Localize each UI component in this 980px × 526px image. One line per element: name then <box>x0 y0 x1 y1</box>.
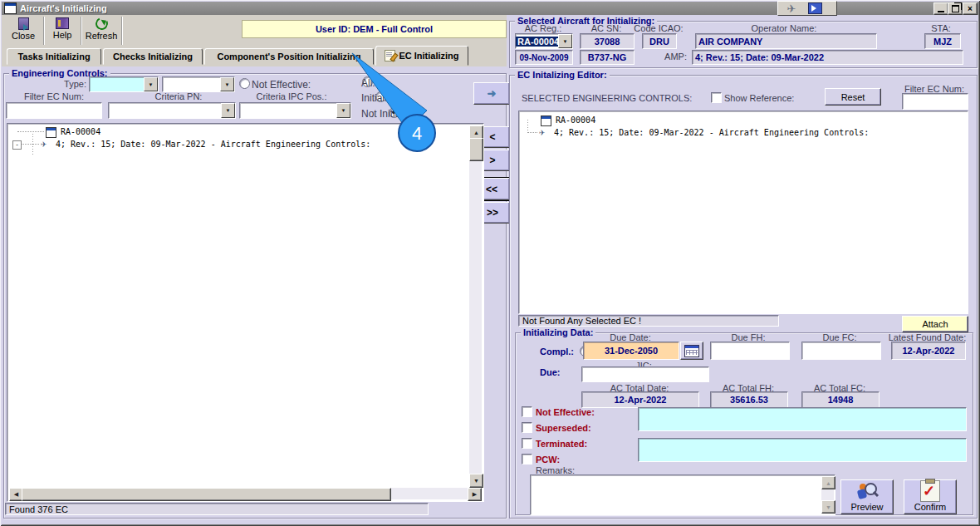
operator-name-label: Operator Name: <box>695 23 873 33</box>
close-button[interactable]: Close <box>5 17 42 44</box>
help-button-label: Help <box>53 30 72 40</box>
calendar-button[interactable] <box>680 342 703 360</box>
criteria-ipc-pos-select[interactable]: ▼ <box>239 102 351 119</box>
airplane-icon: ✈ <box>539 126 545 139</box>
scroll-thumb[interactable] <box>469 138 483 161</box>
close-door-icon <box>18 17 29 30</box>
exit-icon-button[interactable] <box>805 2 825 14</box>
chevron-down-icon[interactable]: ▼ <box>558 34 572 48</box>
superseded-field[interactable] <box>638 407 967 431</box>
chevron-down-icon[interactable]: ▼ <box>336 103 350 118</box>
pcw-checkbox[interactable] <box>522 454 532 465</box>
selected-ec-list: RA-00004 ✈ 4; Rev.: 15; Date: 09-Mar-202… <box>518 111 968 314</box>
editor-tree-root-row[interactable]: RA-00004 <box>519 114 968 126</box>
vertical-scrollbar[interactable]: ▲ ▼ <box>469 125 482 488</box>
code-icao-label: Code ICAO: <box>627 23 690 33</box>
filter-ec-num-input[interactable] <box>6 102 102 119</box>
superseded-checkbox-label: Superseded: <box>536 423 591 433</box>
help-button[interactable]: Help <box>46 17 79 44</box>
window-icon <box>541 116 551 126</box>
ac-total-fh-field: 35616.53 <box>710 391 788 408</box>
preview-button[interactable]: Preview <box>840 479 894 514</box>
tab-ec-initializing[interactable]: EC Initializing <box>375 46 468 66</box>
horizontal-scrollbar[interactable]: ◀ ▶ <box>9 488 482 499</box>
criteria-pn-label: Criteria PN: <box>133 91 224 101</box>
terminated-checkbox[interactable] <box>522 438 532 449</box>
toolbar-divider <box>121 17 122 45</box>
scroll-thumb[interactable] <box>22 488 391 501</box>
right-arrow-icon: ➜ <box>488 87 497 100</box>
superseded-checkbox[interactable] <box>522 422 532 433</box>
selected-engineering-controls-label: SELECTED ENGINEERING CONTROLS: <box>522 93 692 103</box>
editor-filter-ec-num-input[interactable] <box>902 93 968 110</box>
tree-root-label: RA-00004 <box>61 125 100 138</box>
tab-checks-initializing[interactable]: Checks Initializing <box>103 48 203 65</box>
mini-toolbar: ✈ <box>777 1 837 16</box>
radio-not-effective[interactable] <box>239 78 250 89</box>
criteria-ipc-pos-label: Criteria IPC Pos.: <box>245 91 338 101</box>
due-date-field[interactable]: 31-Dec-2050 <box>583 342 679 360</box>
window-icon <box>46 127 56 138</box>
jic-input[interactable] <box>581 366 709 382</box>
reset-button[interactable]: Reset <box>825 88 881 106</box>
attach-button[interactable]: Attach <box>902 316 968 332</box>
latest-found-date-field: 12-Apr-2022 <box>891 342 966 360</box>
close-window-button[interactable]: × <box>963 2 978 15</box>
toolbar-divider <box>43 17 44 45</box>
tree-root-row[interactable]: RA-00004 <box>9 125 468 138</box>
refresh-button-label: Refresh <box>86 31 118 41</box>
compl-label: Compl.: <box>540 347 574 356</box>
show-reference-checkbox[interactable] <box>711 92 722 103</box>
initialized-label: Initialized: <box>361 92 405 104</box>
tree-stub <box>21 144 39 145</box>
tree-header-row[interactable]: - ✈ 4; Rev.: 15; Date: 09-Mar-2022 - Air… <box>9 138 468 150</box>
pcw-field[interactable] <box>638 438 967 462</box>
user-id-banner: User ID: DEM - Full Control <box>242 20 507 38</box>
calendar-icon <box>684 345 699 357</box>
criteria-pn-select[interactable]: ▼ <box>108 102 236 119</box>
editor-tree-header-label: 4; Rev.: 15; Date: 09-Mar-2022 - Aircraf… <box>554 126 869 139</box>
minimize-icon <box>938 11 944 12</box>
not-effective-checkbox[interactable] <box>522 406 532 417</box>
restore-button[interactable] <box>948 2 963 15</box>
filter-ec-num-label: Filter EC Num: <box>8 91 100 101</box>
code-icao-field: DRU <box>642 33 677 49</box>
app-window: Aircraft's Initializing × ✈ Close Help R… <box>0 0 980 526</box>
due-fh-input[interactable] <box>710 342 790 360</box>
type-label: Type: <box>50 79 86 89</box>
type-value-select[interactable]: ▼ <box>162 76 235 92</box>
remarks-scrollbar[interactable]: ▲ ▼ <box>821 476 834 514</box>
chevron-down-icon[interactable]: ▼ <box>220 77 234 91</box>
scroll-right-button[interactable]: ▶ <box>468 488 482 501</box>
close-icon: × <box>968 5 973 13</box>
collapse-icon[interactable]: - <box>12 140 22 150</box>
left-status-bar: Found 376 EC <box>5 503 429 515</box>
ac-type-field: B737-NG <box>580 50 635 65</box>
minimize-button[interactable] <box>933 2 948 15</box>
tab-tasks-initializing[interactable]: Tasks Initializing <box>7 48 101 65</box>
scroll-down-button[interactable]: ▼ <box>469 474 483 488</box>
chevron-down-icon[interactable]: ▼ <box>221 103 235 118</box>
refresh-button[interactable]: Refresh <box>83 17 120 44</box>
remarks-textarea[interactable]: ▲ ▼ <box>530 474 835 515</box>
apply-filter-arrow-button[interactable]: ➜ <box>473 82 510 105</box>
window-title: Aircraft's Initializing <box>20 3 107 13</box>
tab-components-position-initializing[interactable]: Component's Position Initializing <box>204 48 374 65</box>
type-select[interactable]: ▼ <box>89 76 159 92</box>
not-initialized-label: Not Initialized: <box>361 108 424 120</box>
confirm-button[interactable]: Confirm <box>904 479 957 514</box>
help-book-icon <box>56 17 69 29</box>
aircraft-icon: ✈ <box>787 2 796 15</box>
editor-status-bar: Not Found Any Selected EC ! <box>518 315 779 327</box>
restore-icon <box>952 5 959 12</box>
editor-tree-header-row[interactable]: ✈ 4; Rev.: 15; Date: 09-Mar-2022 - Aircr… <box>519 126 968 139</box>
chevron-down-icon[interactable]: ▼ <box>144 77 158 91</box>
due-fc-input[interactable] <box>801 342 881 360</box>
notepad-icon <box>385 50 395 61</box>
ac-reg-select[interactable]: RA-00004 ▼ <box>515 33 573 49</box>
editor-tree-root-label: RA-00004 <box>556 114 595 126</box>
not-effective-label: Not Effective: <box>252 79 311 91</box>
aircraft-icon-button[interactable]: ✈ <box>782 2 801 14</box>
scroll-down-button[interactable]: ▼ <box>821 500 835 514</box>
scroll-up-button[interactable]: ▲ <box>821 476 835 489</box>
